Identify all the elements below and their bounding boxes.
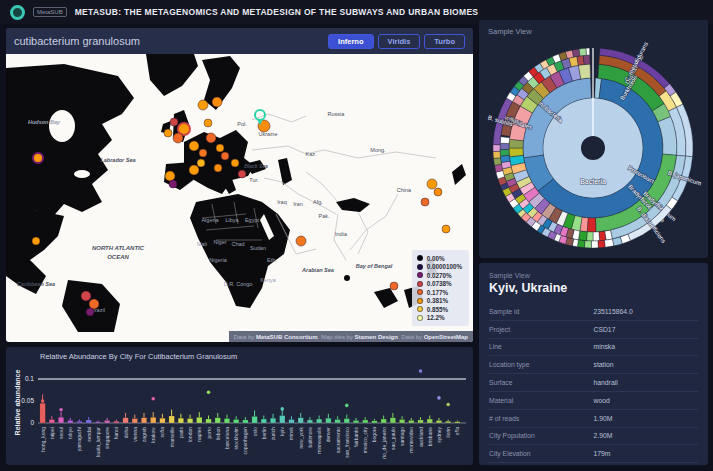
abundance-bar-marseille[interactable] (169, 416, 175, 423)
sunburst-segment[interactable] (579, 48, 586, 56)
sunburst-segment[interactable] (599, 231, 606, 241)
sunburst-segment[interactable] (587, 218, 596, 232)
sunburst-segment[interactable] (593, 232, 599, 241)
abundance-bar-london[interactable] (187, 419, 193, 423)
abundance-bar-new_york[interactable] (298, 418, 304, 423)
abundance-bar-chart[interactable]: 0.10.050hong_kongtaipeiseoultokyoyamaguc… (6, 361, 473, 465)
colormap-button-viridis[interactable]: Viridis (378, 34, 421, 49)
map-sample-dot[interactable] (434, 188, 442, 196)
attribution-link[interactable]: OpenStreetMap (424, 334, 468, 340)
abundance-bar-zagreb[interactable] (141, 418, 147, 423)
sunburst-segment[interactable] (584, 241, 591, 248)
abundance-outlier-point[interactable] (280, 407, 284, 411)
abundance-bar-offa[interactable] (455, 422, 461, 423)
abundance-outlier-point[interactable] (59, 408, 63, 412)
abundance-bar-mexico_city[interactable] (362, 420, 368, 423)
sunburst-segment[interactable] (500, 155, 510, 162)
map-sample-dot[interactable] (198, 100, 208, 110)
map-sample-dot[interactable] (33, 153, 43, 163)
world-map[interactable]: Hudson BayLabrador SeaNORTH ATLANTICOCEA… (6, 54, 473, 342)
taxonomy-sunburst[interactable]: ProteobacteriaActinobacteriaBurkholderia… (479, 20, 708, 258)
abundance-bar-paris[interactable] (178, 418, 184, 423)
abundance-bar-lisbon[interactable] (215, 418, 221, 423)
sunburst-segment[interactable] (577, 240, 585, 248)
map-sample-dot[interactable] (165, 171, 175, 181)
sunburst-segment[interactable] (572, 49, 580, 57)
abundance-bar-baltimore[interactable] (307, 420, 313, 423)
map-sample-dot[interactable] (221, 152, 229, 160)
map-sample-dot[interactable] (238, 170, 246, 178)
sunburst-segment[interactable] (587, 232, 593, 241)
map-sample-dot[interactable] (206, 133, 216, 143)
abundance-bar-kuala_lumpur[interactable] (95, 422, 101, 423)
attribution-link[interactable]: MetaSUB Consortium (256, 334, 318, 340)
abundance-bar-sydney[interactable] (436, 420, 442, 423)
sunburst-segment[interactable] (583, 55, 590, 64)
abundance-bar-santiago[interactable] (399, 419, 405, 423)
abundance-outlier-point[interactable] (151, 397, 155, 401)
map-sample-dot[interactable] (170, 118, 178, 126)
sunburst-segment[interactable] (495, 164, 503, 172)
sunburst-segment[interactable] (604, 239, 613, 247)
map-sample-dot[interactable] (390, 282, 398, 290)
abundance-bar-brisbane[interactable] (427, 419, 433, 423)
sunburst-segment[interactable] (577, 56, 584, 66)
abundance-bar-sao_paulo[interactable] (390, 418, 396, 423)
map-sample-dot[interactable] (442, 225, 450, 233)
abundance-bar-berlin[interactable] (261, 419, 267, 423)
abundance-bar-minneapolis[interactable] (316, 419, 322, 423)
abundance-outlier-point[interactable] (419, 369, 423, 373)
abundance-bar-denver[interactable] (326, 418, 332, 423)
map-sample-dot[interactable] (214, 164, 222, 172)
abundance-bar-oslo[interactable] (252, 416, 258, 423)
map-sample-dot[interactable] (197, 159, 205, 167)
abundance-bar-porto[interactable] (206, 419, 212, 423)
abundance-bar-stockholm[interactable] (233, 419, 239, 423)
map-sample-dot[interactable] (164, 129, 172, 137)
abundance-bar-naples[interactable] (197, 417, 203, 423)
sunburst-segment[interactable] (598, 240, 605, 248)
map-sample-dot[interactable] (212, 97, 222, 107)
abundance-bar-singapore[interactable] (104, 420, 110, 423)
abundance-bar-auckland[interactable] (418, 420, 424, 423)
abundance-bar-ilorin[interactable] (445, 421, 451, 423)
abundance-outlier-point[interactable] (437, 396, 441, 400)
abundance-bar-barcelona[interactable] (224, 419, 230, 423)
map-sample-dot[interactable] (296, 236, 306, 246)
map-sample-dot[interactable] (32, 237, 40, 245)
abundance-bar-zurich[interactable] (270, 418, 276, 423)
abundance-bar-minsk[interactable] (289, 419, 295, 423)
map-sample-dot[interactable] (231, 159, 239, 167)
sunburst-segment[interactable] (500, 137, 509, 144)
attribution-link[interactable]: Stamen Design (355, 334, 398, 340)
sunburst-segment[interactable] (494, 158, 502, 166)
map-sample-dot[interactable] (427, 179, 437, 189)
abundance-bar-seoul[interactable] (58, 417, 64, 423)
abundance-bar-doha[interactable] (123, 418, 129, 423)
abundance-outlier-point[interactable] (345, 404, 349, 408)
abundance-bar-bogota[interactable] (372, 421, 378, 423)
abundance-bar-montevideo[interactable] (409, 420, 415, 423)
sunburst-segment[interactable] (586, 48, 590, 55)
abundance-bar-krakow[interactable] (150, 417, 156, 423)
map-sample-dot[interactable] (421, 198, 429, 206)
map-sample-dot[interactable] (86, 308, 94, 316)
abundance-bar-sacramento[interactable] (335, 419, 341, 423)
abundance-bar-sofia[interactable] (160, 418, 166, 423)
map-sample-dot[interactable] (81, 291, 91, 301)
abundance-bar-taipei[interactable] (49, 419, 55, 423)
sunburst-segment[interactable] (500, 149, 509, 156)
abundance-bar-copenhagen[interactable] (243, 420, 249, 423)
sunburst-segment[interactable] (493, 145, 500, 152)
abundance-outlier-point[interactable] (207, 390, 211, 394)
abundance-bar-sendai[interactable] (86, 420, 92, 423)
abundance-bar-hong_kong[interactable] (40, 403, 46, 423)
abundance-outlier-point[interactable] (446, 403, 450, 407)
map-sample-dot[interactable] (189, 141, 199, 151)
colormap-button-inferno[interactable]: Inferno (328, 34, 373, 49)
sunburst-segment[interactable] (509, 148, 523, 157)
abundance-bar-vienna[interactable] (132, 419, 138, 423)
map-sample-dot[interactable] (199, 149, 207, 157)
abundance-bar-san_francisco[interactable] (344, 419, 350, 423)
map-sample-dot[interactable] (89, 299, 99, 309)
